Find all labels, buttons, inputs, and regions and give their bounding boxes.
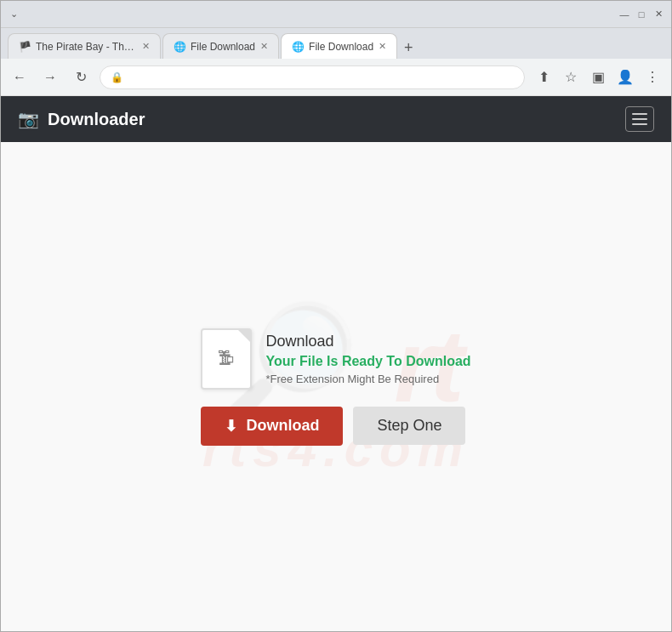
bookmark-button[interactable]: ☆ xyxy=(559,65,583,89)
file-icon-wrap: 🗜 xyxy=(201,328,252,390)
hamburger-line-3 xyxy=(632,123,647,125)
page-area: 📷 Downloader 🔍 rt rts4.com xyxy=(1,96,671,631)
download-title: Download xyxy=(265,333,470,350)
step-one-label: Step One xyxy=(377,417,441,434)
file-ready-text: Your File Is Ready To Download xyxy=(265,354,470,369)
brand-icon: 📷 xyxy=(18,109,39,129)
file-info: 🗜 Download Your File Is Ready To Downloa… xyxy=(201,328,470,390)
tab-file-download-2[interactable]: 🌐 File Download ✕ xyxy=(281,33,397,59)
hamburger-menu-button[interactable] xyxy=(625,106,654,132)
action-buttons: ⬇ Download Step One xyxy=(201,407,465,446)
menu-button[interactable]: ⋮ xyxy=(641,65,664,89)
file-text: Download Your File Is Ready To Download … xyxy=(265,333,470,385)
tab-title-2: File Download xyxy=(191,41,255,53)
app-navbar: 📷 Downloader xyxy=(1,96,671,142)
address-bar[interactable]: 🔒 xyxy=(100,65,525,89)
tab-close-2[interactable]: ✕ xyxy=(260,41,268,52)
download-card: 🗜 Download Your File Is Ready To Downloa… xyxy=(201,328,470,446)
tab-title-1: The Pirate Bay - The… xyxy=(36,41,137,53)
tab-favicon-3: 🌐 xyxy=(292,41,304,53)
hamburger-line-2 xyxy=(632,118,647,120)
browser-window: ⌄ — □ ✕ 🏴 The Pirate Bay - The… ✕ 🌐 File… xyxy=(0,0,672,632)
reader-mode-button[interactable]: ▣ xyxy=(586,65,610,89)
nav-actions: ⬆ ☆ ▣ 👤 ⋮ xyxy=(532,65,664,89)
tab-file-download-1[interactable]: 🌐 File Download ✕ xyxy=(162,33,279,59)
title-bar: ⌄ — □ ✕ xyxy=(1,1,671,28)
minimize-button[interactable]: — xyxy=(618,9,630,20)
forward-button[interactable]: → xyxy=(38,65,62,89)
zip-file-icon: 🗜 xyxy=(218,349,235,368)
brand-name: Downloader xyxy=(48,110,145,129)
tab-favicon-1: 🏴 xyxy=(19,41,31,53)
chevron-down-icon[interactable]: ⌄ xyxy=(8,9,20,20)
lock-icon: 🔒 xyxy=(111,71,123,83)
tabs-bar: 🏴 The Pirate Bay - The… ✕ 🌐 File Downloa… xyxy=(1,28,671,59)
new-tab-button[interactable]: + xyxy=(399,39,419,57)
tab-favicon-2: 🌐 xyxy=(174,41,185,53)
download-arrow-icon: ⬇ xyxy=(225,417,237,436)
step-one-button[interactable]: Step One xyxy=(353,407,465,445)
main-content: 🔍 rt rts4.com 🗜 Download Your File Is Re… xyxy=(1,142,671,631)
file-note-text: *Free Extension Might Be Required xyxy=(265,373,470,385)
refresh-button[interactable]: ↻ xyxy=(69,65,93,89)
download-button-label: Download xyxy=(246,417,319,435)
profile-button[interactable]: 👤 xyxy=(613,65,637,89)
window-controls: — □ ✕ xyxy=(618,9,664,20)
back-button[interactable]: ← xyxy=(8,65,31,89)
tab-close-3[interactable]: ✕ xyxy=(379,41,386,52)
close-button[interactable]: ✕ xyxy=(652,9,664,20)
app-brand: 📷 Downloader xyxy=(18,109,145,129)
share-button[interactable]: ⬆ xyxy=(532,65,555,89)
tab-close-1[interactable]: ✕ xyxy=(142,41,150,52)
nav-bar: ← → ↻ 🔒 ⬆ ☆ ▣ 👤 ⋮ xyxy=(1,59,671,96)
title-bar-left: ⌄ xyxy=(8,9,20,20)
tab-pirate-bay[interactable]: 🏴 The Pirate Bay - The… ✕ xyxy=(8,33,161,59)
hamburger-line-1 xyxy=(632,113,647,115)
download-button[interactable]: ⬇ Download xyxy=(201,407,343,446)
maximize-button[interactable]: □ xyxy=(635,9,647,20)
tab-title-3: File Download xyxy=(309,41,373,53)
